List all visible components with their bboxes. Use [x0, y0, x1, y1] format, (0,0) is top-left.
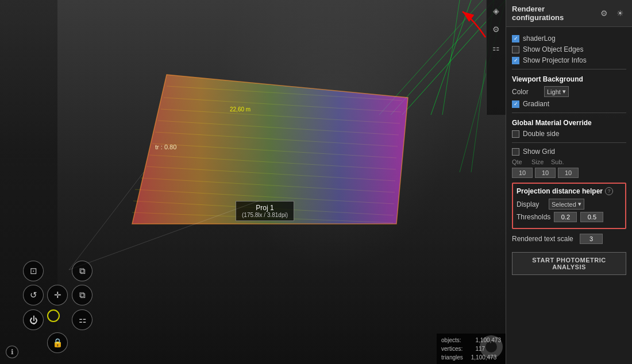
proj-section-title: Projection distance helper: [517, 187, 603, 195]
lock-icon[interactable]: 🔒: [47, 332, 68, 353]
bottom-info: objects: 1,100,473 vertices: 117 triangl…: [437, 334, 506, 364]
double-side-row: Double side: [512, 130, 626, 138]
sun-icon[interactable]: ☀: [614, 7, 626, 20]
info-icon[interactable]: ℹ: [6, 346, 18, 358]
panel-title: Renderer configurations: [512, 5, 598, 22]
qte-label: Qte: [512, 158, 529, 165]
sub-label: Sub.: [551, 158, 568, 165]
thresholds-label: Thresholds: [517, 213, 550, 221]
global-material-label: Global Material Override: [512, 119, 626, 127]
qte-input[interactable]: [512, 168, 533, 178]
display-label: Display: [517, 200, 545, 208]
proj-section-header: Projection distance helper ?: [517, 187, 622, 195]
grid-params-row: Qte Size Sub.: [512, 158, 626, 165]
viewport-bg-label: Viewport Background: [512, 75, 626, 83]
show-projector-infos-label: Show Projector Infos: [523, 56, 587, 64]
panel-icon-buttons: ⚙ ☀: [598, 7, 626, 20]
move-icon[interactable]: ✛: [47, 285, 68, 305]
power-icon[interactable]: ⏻: [23, 309, 44, 330]
duplicate-icon[interactable]: ⧉: [72, 261, 93, 281]
grid-values-row: [512, 168, 626, 178]
vertices-info: vertices: 117: [441, 344, 501, 353]
divider-2: [512, 113, 626, 113]
tr-label: tr : 0.80: [155, 144, 176, 150]
projector-info: (175.8lx / 3.81dpi): [242, 212, 288, 218]
projection-distance-section: Projection distance helper ? Display Sel…: [512, 183, 626, 229]
gradient-label: Gradiant: [523, 100, 549, 108]
threshold2-input[interactable]: [580, 212, 603, 222]
triangles-info: triangles 1,100,473: [441, 353, 501, 362]
size-label: Size: [531, 158, 549, 165]
color-select[interactable]: Light ▾: [544, 86, 569, 97]
text-scale-label: Rendered text scale: [512, 235, 575, 243]
adjustments-icon[interactable]: ⚏: [72, 309, 93, 330]
projector-label: Proj 1 (175.8lx / 3.81dpi): [236, 201, 294, 221]
size-input[interactable]: [535, 168, 556, 178]
shaderlog-row: ✓ shaderLog: [512, 34, 626, 42]
layers-icon[interactable]: ◈: [489, 3, 504, 18]
text-scale-input[interactable]: [580, 234, 603, 244]
copy-icon[interactable]: ⧉: [72, 285, 93, 305]
shaderlog-checkbox[interactable]: ✓: [512, 35, 519, 42]
selection-indicator: [47, 309, 60, 322]
start-photometric-button[interactable]: START PHOTOMETRIC ANALYSIS: [512, 252, 626, 275]
divider-1: [512, 69, 626, 69]
color-label: Color: [512, 88, 541, 96]
panel-body: ✓ shaderLog Show Object Edges ✓ Show Pro…: [506, 27, 632, 280]
show-object-edges-row: Show Object Edges: [512, 45, 626, 53]
show-grid-checkbox[interactable]: [512, 148, 519, 156]
sub-input[interactable]: [558, 168, 579, 178]
gradient-checkbox[interactable]: ✓: [512, 100, 519, 108]
show-object-edges-label: Show Object Edges: [523, 45, 583, 53]
red-arrow-annotation: [445, 3, 491, 43]
show-object-edges-checkbox[interactable]: [512, 46, 519, 53]
show-projector-infos-row: ✓ Show Projector Infos: [512, 56, 626, 64]
thresholds-row: Thresholds: [517, 212, 622, 222]
display-row: Display Selected ▾: [517, 199, 622, 210]
divider-3: [512, 142, 626, 143]
gradient-row: ✓ Gradiant: [512, 100, 626, 108]
right-panel: Renderer configurations ⚙ ☀ ✓ shaderLog …: [506, 0, 632, 364]
objects-info: objects: 1,100,473: [441, 336, 501, 344]
display-select[interactable]: Selected ▾: [549, 199, 584, 210]
distance-label: 22,60 m: [230, 106, 251, 113]
gear-icon[interactable]: ⚙: [598, 7, 610, 20]
show-grid-row: Show Grid: [512, 148, 626, 156]
help-icon[interactable]: ?: [605, 187, 613, 195]
threshold1-input[interactable]: [554, 212, 577, 222]
double-side-checkbox[interactable]: [512, 130, 519, 138]
color-row: Color Light ▾: [512, 86, 626, 97]
double-side-label: Double side: [523, 130, 559, 138]
rendered-text-scale-row: Rendered text scale: [512, 234, 626, 244]
settings-icon[interactable]: ⚙: [489, 22, 504, 37]
icon-sidebar: ◈ ⚙ ⚏: [486, 0, 506, 115]
projector-name: Proj 1: [242, 204, 288, 212]
camera-icon[interactable]: ⊡: [23, 261, 44, 281]
show-grid-label: Show Grid: [523, 148, 555, 156]
panel-header: Renderer configurations ⚙ ☀: [506, 0, 632, 27]
toolbar-area: ✛ ↺ ⧉ ⚏ ⊡ ⏻ 🔒 ⧉: [20, 258, 95, 332]
shaderlog-label: shaderLog: [523, 34, 556, 42]
sliders-icon[interactable]: ⚏: [489, 40, 504, 55]
rotate-icon[interactable]: ↺: [23, 285, 44, 305]
show-projector-infos-checkbox[interactable]: ✓: [512, 57, 519, 64]
move-tool-cluster: ✛ ↺ ⧉ ⚏ ⊡ ⏻ 🔒 ⧉: [20, 258, 95, 332]
